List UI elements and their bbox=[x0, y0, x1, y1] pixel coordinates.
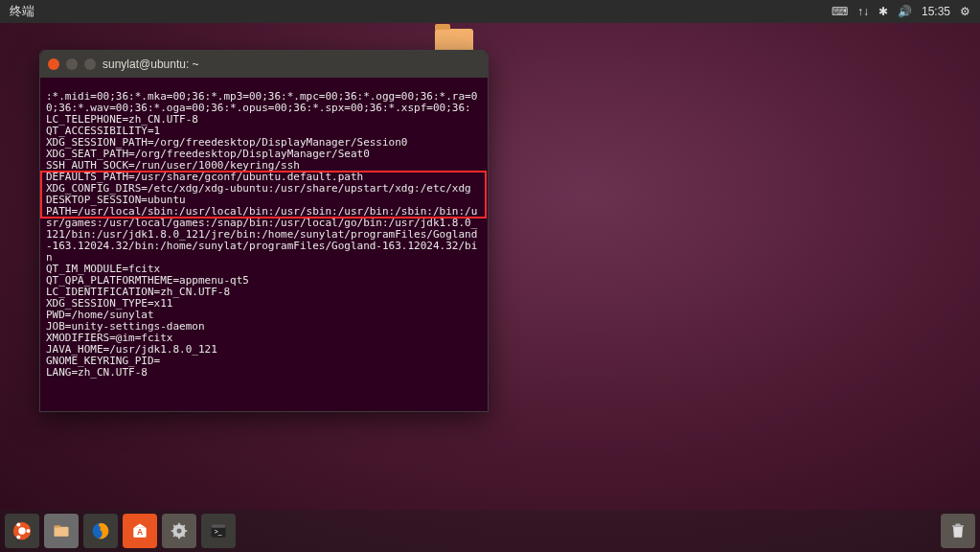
window-title: sunylat@ubuntu: ~ bbox=[103, 58, 199, 71]
keyboard-indicator[interactable]: ⌨ bbox=[832, 6, 848, 17]
time-indicator[interactable]: 15:35 bbox=[922, 6, 950, 17]
trash-button[interactable] bbox=[941, 514, 975, 548]
firefox-button[interactable] bbox=[83, 514, 118, 548]
terminal-window[interactable]: sunylat@ubuntu: ~ :*.midi=00;36:*.mka=00… bbox=[39, 50, 489, 412]
terminal-body[interactable]: :*.midi=00;36:*.mka=00;36:*.mp3=00;36:*.… bbox=[40, 78, 488, 411]
close-icon[interactable] bbox=[48, 58, 59, 70]
svg-rect-16 bbox=[956, 524, 961, 526]
term-line: PATH=/usr/local/sbin:/usr/local/bin:/usr… bbox=[46, 205, 477, 264]
svg-rect-5 bbox=[55, 527, 69, 537]
dash-button[interactable] bbox=[5, 514, 39, 548]
network-indicator[interactable]: ↑↓ bbox=[857, 6, 869, 17]
files-icon bbox=[52, 521, 71, 540]
term-line: LANG=zh_CN.UTF-8 bbox=[46, 366, 148, 379]
minimize-icon[interactable] bbox=[66, 58, 78, 70]
terminal-button[interactable]: >_ bbox=[201, 514, 236, 548]
window-titlebar[interactable]: sunylat@ubuntu: ~ bbox=[40, 51, 488, 78]
menubar-app-name: 终端 bbox=[10, 3, 34, 20]
svg-point-3 bbox=[16, 523, 20, 527]
svg-rect-13 bbox=[212, 524, 226, 527]
svg-rect-6 bbox=[55, 525, 61, 528]
svg-point-1 bbox=[18, 527, 25, 534]
term-line: :*.midi=00;36:*.mka=00;36:*.mp3=00;36:*.… bbox=[46, 90, 477, 114]
svg-text:A: A bbox=[137, 527, 143, 537]
launcher-dock: A >_ bbox=[0, 510, 980, 552]
top-menubar: 终端 ⌨ ↑↓ ✱ 🔊 15:35 ⚙ bbox=[0, 0, 980, 23]
settings-button[interactable] bbox=[162, 514, 196, 548]
trash-icon bbox=[948, 521, 968, 540]
terminal-icon: >_ bbox=[209, 521, 228, 540]
svg-point-2 bbox=[26, 529, 30, 533]
files-button[interactable] bbox=[44, 514, 79, 548]
svg-point-4 bbox=[16, 535, 20, 539]
bluetooth-indicator[interactable]: ✱ bbox=[878, 6, 888, 17]
volume-indicator[interactable]: 🔊 bbox=[898, 6, 912, 17]
software-icon: A bbox=[130, 521, 149, 540]
firefox-icon bbox=[91, 521, 110, 540]
svg-text:>_: >_ bbox=[215, 528, 222, 536]
gear-icon[interactable]: ⚙ bbox=[960, 6, 970, 17]
ubuntu-icon bbox=[11, 520, 33, 541]
software-button[interactable]: A bbox=[123, 514, 157, 548]
maximize-icon[interactable] bbox=[84, 58, 96, 70]
svg-point-11 bbox=[177, 529, 182, 534]
settings-icon bbox=[170, 521, 189, 540]
svg-rect-15 bbox=[952, 525, 964, 527]
